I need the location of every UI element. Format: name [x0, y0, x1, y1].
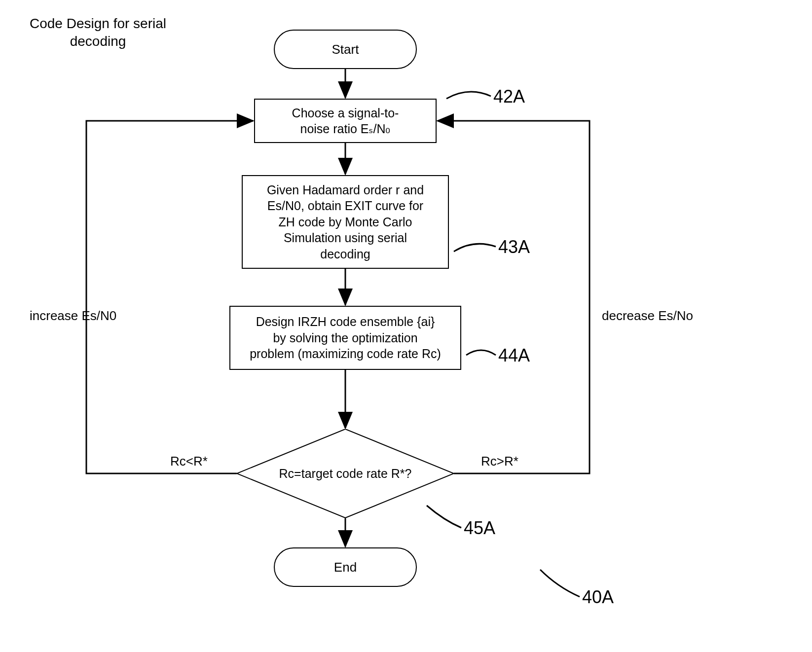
right-cond-label: Rc>R* — [481, 454, 518, 469]
left-loop-label: increase Es/N0 — [30, 308, 116, 324]
decision-45a-container: Rc=target code rate R*? — [237, 429, 454, 518]
decision-45a-text: Rc=target code rate R*? — [237, 429, 454, 518]
left-cond-label: Rc<R* — [170, 454, 208, 469]
diagram-title: Code Design for serial decoding — [30, 15, 166, 51]
start-node: Start — [274, 30, 417, 69]
ref-45a: 45A — [464, 518, 495, 539]
step-42a-box: Choose a signal-to- noise ratio Eₛ/N₀ — [254, 99, 437, 143]
step-44a-text: Design IRZH code ensemble {ai} by solvin… — [250, 314, 441, 362]
right-loop-label: decrease Es/No — [602, 308, 693, 324]
ref-44a: 44A — [498, 345, 530, 366]
start-label: Start — [332, 42, 359, 57]
step-44a-box: Design IRZH code ensemble {ai} by solvin… — [229, 306, 461, 370]
ref-42a: 42A — [493, 86, 525, 107]
step-42a-text: Choose a signal-to- noise ratio Eₛ/N₀ — [292, 105, 399, 137]
step-43a-box: Given Hadamard order r and Es/N0, obtain… — [242, 175, 449, 269]
end-label: End — [334, 560, 357, 575]
ref-40a: 40A — [582, 587, 614, 608]
ref-43a: 43A — [498, 237, 530, 257]
end-node: End — [274, 547, 417, 587]
step-43a-text: Given Hadamard order r and Es/N0, obtain… — [267, 182, 424, 262]
